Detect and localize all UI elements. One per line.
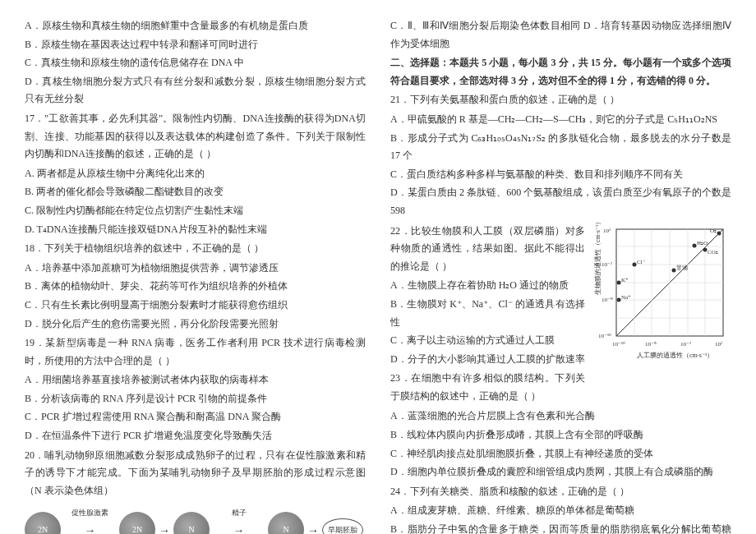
q21-d: D．某蛋白质由 2 条肽链、600 个氨基酸组成，该蛋白质至少有氧原子的个数是 … [390,184,731,219]
q18-d: D．脱分化后产生的愈伤需要光照，再分化阶段需要光照射 [25,315,366,334]
q21-c: C．蛋白质结构多种多样与氨基酸的种类、数目和排列顺序不同有关 [390,166,731,184]
opt-a: A．原核生物和真核生物的细胞鲜重中含量最多的有机物是蛋白质 [25,17,366,35]
svg-text:10²: 10² [715,341,722,348]
embryo-oval: 早期胚胎 [322,518,363,534]
svg-text:K⁺: K⁺ [621,277,629,283]
q22-stem: 22．比较生物膜和人工膜（双层磷脂）对多种物质的通透性，结果如图。据此不能得出的… [390,223,585,276]
svg-text:10⁻⁶: 10⁻⁶ [602,297,613,303]
right-column: C．Ⅱ、Ⅲ和Ⅳ细胞分裂后期染色体数目相同 D．培育转基因动物应选择细胞Ⅳ作为受体… [390,16,731,534]
opt-b: B．原核生物在基因表达过程中转录和翻译可同时进行 [25,36,366,54]
left-column: A．原核生物和真核生物的细胞鲜重中含量最多的有机物是蛋白质 B．原核生物在基因表… [25,16,366,534]
cell-node-1: 2N [25,512,61,534]
svg-text:生物膜的通透性（cm·s⁻¹）: 生物膜的通透性（cm·s⁻¹） [594,221,602,295]
svg-point-12 [617,280,621,284]
svg-point-16 [633,262,637,266]
permeability-chart: K⁺ Na⁺ Cl⁻ 甘油 H₂O CO₂ O₂ 10⁻¹⁰ 10⁻⁶ 10⁻²… [592,221,731,361]
svg-point-14 [617,297,621,302]
section-2-header: 二、选择题：本题共 5 小题，每小题 3 分，共 15 分。每小题有一个或多个选… [390,54,731,90]
svg-text:10⁻¹⁰: 10⁻¹⁰ [612,341,625,348]
q22-block: 22．比较生物膜和人工膜（双层磷脂）对多种物质的通透性，结果如图。据此不能得出的… [390,221,585,407]
cell-node-4: N [268,512,304,534]
svg-text:O₂: O₂ [710,228,717,234]
q20-stem: 20．哺乳动物卵原细胞减数分裂形成成熟卵子的过程，只有在促性腺激素和精子的诱导下… [25,447,366,500]
q23-d: D．细胞内单位膜折叠成的囊腔和细管组成内质网，其膜上有合成磷脂的酶 [390,463,731,481]
arrow-4: → [307,520,319,534]
svg-point-24 [717,231,721,235]
svg-text:10²: 10² [603,228,611,234]
svg-text:CO₂: CO₂ [708,249,718,255]
svg-text:Na⁺: Na⁺ [621,294,631,301]
q21-a: A．甲硫氨酸的 R 基是—CH₂—CH₂—S—CH₃，则它的分子式是 C₅H₁₁… [390,111,731,129]
svg-text:10⁻²: 10⁻² [680,341,691,348]
arrow-1: 促性腺激素 → 减数第一次分裂 [64,506,116,534]
meiosis-diagram: 2N 促性腺激素 → 减数第一次分裂 2N → N 精子 → 减数第二次分裂 N… [25,506,366,534]
q18-stem: 18．下列关于植物组织培养的叙述中，不正确的是（ ） [25,240,366,258]
q18-b: B．离体的植物幼叶、芽尖、花药等可作为组织培养的外植体 [25,278,366,296]
q23-a: A．蓝藻细胞的光合片层膜上含有色素和光合酶 [390,407,731,426]
svg-text:10⁻¹⁰: 10⁻¹⁰ [598,333,611,339]
q20-cd: C．Ⅱ、Ⅲ和Ⅳ细胞分裂后期染色体数目相同 D．培育转基因动物应选择细胞Ⅳ作为受体… [390,17,731,53]
q22-a: A．生物膜上存在着协助 H₂O 通过的物质 [390,277,585,295]
q17-d: D. T₄DNA连接酶只能连接双链DNA片段互补的黏性末端 [25,221,366,239]
svg-point-20 [693,243,697,247]
q24-a: A．组成麦芽糖、蔗糖、纤维素、糖原的单体都是葡萄糖 [390,502,731,520]
svg-text:10⁻⁶: 10⁻⁶ [645,341,657,348]
svg-text:H₂O: H₂O [697,240,708,246]
cell-node-2: 2N [119,512,155,534]
q19-d: D．在恒温条件下进行 PCR 扩增避免温度变化导致酶失活 [25,427,366,445]
q18-a: A．培养基中添加蔗糖可为植物细胞提供营养，调节渗透压 [25,260,366,278]
arrow-2: → [159,520,170,534]
q22-d: D．分子的大小影响其通过人工膜的扩散速率 [390,351,585,369]
opt-c: C．真核生物和原核生物的遗传信息储存在 DNA 中 [25,54,366,72]
q24-stem: 24．下列有关糖类、脂质和核酸的叙述，正确的是（ ） [390,483,731,501]
q19-a: A．用细菌培养基直接培养被测试者体内获取的病毒样本 [25,371,366,389]
q22-c: C．离子以主动运输的方式通过人工膜 [390,332,585,350]
q23-b: B．线粒体内膜向内折叠形成嵴，其膜上含有全部的呼吸酶 [390,426,731,444]
svg-text:甘油: 甘油 [676,265,688,271]
q17-stem: 17．"工欲善其事，必先利其器"。限制性内切酶、DNA连接酶的获得为DNA切割、… [25,110,366,163]
svg-text:10⁻²: 10⁻² [602,261,612,268]
q19-stem: 19．某新型病毒是一种 RNA 病毒，医务工作者利用 PCR 技术进行病毒检测时… [25,334,366,370]
opt-d: D．真核生物细胞分裂方式只有有丝分裂和减数分裂，原核生物细胞分裂方式只有无丝分裂 [25,73,366,108]
svg-point-22 [703,247,708,251]
q23-stem: 23．在细胞中有许多相似的膜结构。下列关于膜结构的叙述中，正确的是（ ） [390,370,585,405]
q19-b: B．分析该病毒的 RNA 序列是设计 PCR 引物的前提条件 [25,390,366,408]
q19-c: C．PCR 扩增过程需使用 RNA 聚合酶和耐高温 DNA 聚合酶 [25,408,366,426]
q18-c: C．只有生长素比例明显高于细胞分裂素时才能获得愈伤组织 [25,297,366,315]
arrow-3: 精子 → 减数第二次分裂 [213,506,265,534]
svg-text:Cl⁻: Cl⁻ [637,259,646,265]
svg-point-18 [672,268,676,272]
q23-c: C．神经肌肉接点处肌细胞膜折叠，其膜上有神经递质的受体 [390,445,731,463]
q21-stem: 21．下列有关氨基酸和蛋白质的叙述，正确的是（ ） [390,91,731,109]
q17-b: B. 两者的催化都会导致磷酸二酯键数目的改变 [25,183,366,201]
q24-b: B．脂肪分子中氢的含量多于糖类，因而等质量的脂肪彻底氧化分解比葡萄糖放出的能量多 [390,521,731,534]
q21-b: B．形成分子式为 C₆₃H₁₀₅O₄₅N₁₇S₂ 的多肽链化合物，最多脱去的水分… [390,130,731,165]
q17-c: C. 限制性内切酶都能在特定位点切割产生黏性末端 [25,202,366,220]
cell-node-3: N [173,512,210,534]
svg-text:人工膜的通透性（cm·s⁻¹）: 人工膜的通透性（cm·s⁻¹） [637,352,713,359]
q22-b: B．生物膜对 K⁺、Na⁺、Cl⁻ 的通透具有选择性 [390,296,585,331]
q17-a: A. 两者都是从原核生物中分离纯化出来的 [25,165,366,183]
